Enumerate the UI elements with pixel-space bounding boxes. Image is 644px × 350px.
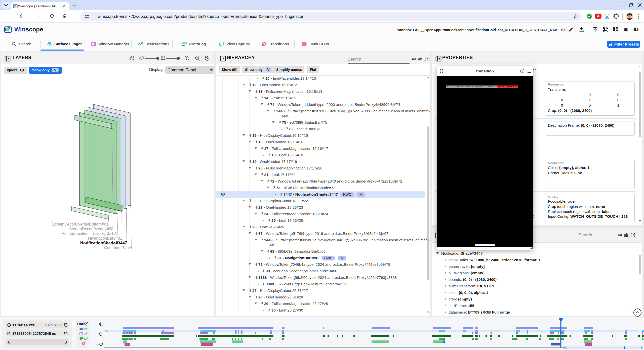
svg-text:PointerLocation - display 0#13: PointerLocation - display 0#134 <box>62 231 118 236</box>
svg-text:NavigationBar0#81: NavigationBar0#81 <box>88 236 122 240</box>
svg-text:NotificationShade#3447: NotificationShade#3447 <box>80 241 127 245</box>
svg-text:Common Panel: Common Panel <box>104 246 132 250</box>
svg-text:ScreenDecorOverlay#60: ScreenDecorOverlay#60 <box>69 227 113 231</box>
svg-text:ScreenDecorOverlayBottom#61: ScreenDecorOverlayBottom#61 <box>52 222 108 226</box>
